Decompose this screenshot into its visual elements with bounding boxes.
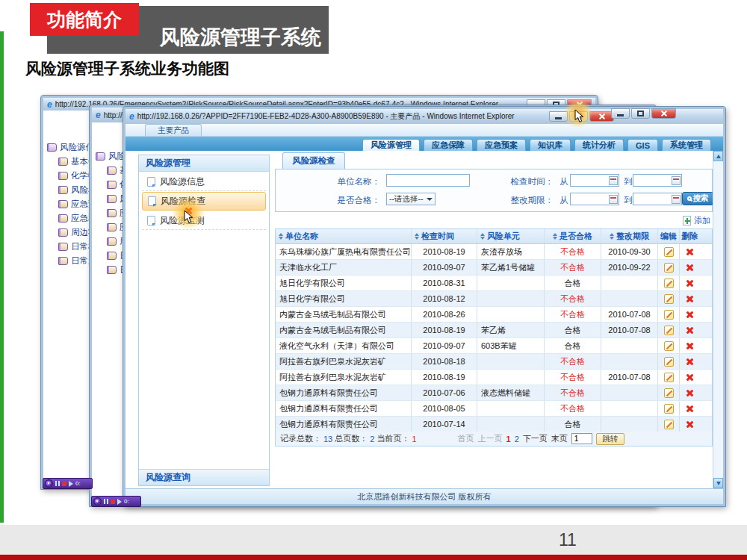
qualified-select[interactable]: --请选择-- — [386, 193, 436, 205]
sort-icon[interactable] — [480, 233, 485, 240]
delete-button[interactable] — [680, 291, 700, 306]
delete-icon[interactable] — [686, 389, 694, 397]
maximize-button[interactable] — [631, 108, 650, 119]
nav-tab-system-admin[interactable]: 系统管理 — [662, 139, 711, 151]
content-tab-risk-check[interactable]: 风险源检查 — [282, 152, 345, 169]
delete-button[interactable] — [680, 307, 700, 322]
stop-icon[interactable] — [111, 500, 115, 504]
delete-button[interactable] — [680, 354, 700, 369]
nav-tab-knowledge-base[interactable]: 知识库 — [530, 139, 571, 151]
calendar-icon[interactable] — [672, 195, 681, 204]
calendar-icon[interactable] — [609, 195, 618, 204]
play-icon[interactable] — [117, 499, 122, 505]
last-page-link[interactable]: 末页 — [551, 433, 568, 444]
edit-button[interactable] — [658, 244, 680, 259]
page-2-link[interactable]: 2 — [515, 435, 519, 444]
period-to-input[interactable] — [633, 193, 682, 205]
pause-icon[interactable] — [55, 481, 57, 486]
delete-icon[interactable] — [686, 326, 694, 335]
col-deadline[interactable]: 整改期限 — [601, 229, 658, 243]
sort-icon[interactable] — [415, 233, 419, 240]
page-1-link[interactable]: 1 — [506, 435, 511, 444]
edit-button[interactable] — [658, 370, 680, 385]
sort-icon[interactable] — [553, 233, 557, 240]
edit-icon[interactable] — [664, 279, 674, 288]
delete-button[interactable] — [680, 276, 700, 290]
edit-button[interactable] — [658, 354, 680, 369]
delete-icon[interactable] — [686, 373, 694, 382]
edit-button[interactable] — [658, 291, 680, 306]
edit-icon[interactable] — [664, 420, 674, 429]
delete-icon[interactable] — [686, 279, 694, 287]
col-qualified[interactable]: 是否合格 — [545, 229, 601, 243]
delete-icon[interactable] — [686, 342, 694, 350]
edit-icon[interactable] — [664, 247, 674, 257]
sort-icon[interactable] — [610, 233, 614, 240]
close-button[interactable] — [651, 108, 676, 119]
edit-button[interactable] — [658, 385, 680, 400]
nav-tab-emergency-support[interactable]: 应急保障 — [424, 139, 473, 151]
scroll-up-button[interactable] — [713, 151, 723, 161]
edit-icon[interactable] — [664, 388, 674, 398]
nav-tab-emergency-plan[interactable]: 应急预案 — [477, 139, 526, 151]
period-from-input[interactable] — [570, 193, 619, 205]
edit-button[interactable] — [658, 401, 680, 416]
edit-icon[interactable] — [664, 294, 674, 304]
play-icon[interactable] — [69, 481, 73, 487]
sidebar-item-risk-info[interactable]: 风险源信息 — [142, 172, 266, 191]
calendar-icon[interactable] — [609, 176, 618, 185]
delete-button[interactable] — [680, 401, 700, 416]
delete-button[interactable] — [680, 385, 700, 400]
edit-icon[interactable] — [664, 326, 674, 335]
sort-icon[interactable] — [279, 233, 283, 240]
delete-icon[interactable] — [686, 311, 694, 319]
check-time-from-input[interactable] — [570, 174, 619, 187]
col-check-date[interactable]: 检查时间 — [412, 229, 477, 243]
delete-button[interactable] — [680, 417, 700, 432]
stop-icon[interactable] — [62, 482, 66, 486]
check-time-to-input[interactable] — [633, 174, 682, 187]
delete-icon[interactable] — [686, 420, 694, 429]
sidebar-bottom-header[interactable]: 风险源查询 — [139, 469, 269, 485]
minimize-button[interactable] — [611, 108, 630, 119]
browser-tab[interactable]: 主要产品 — [145, 124, 202, 136]
edit-button[interactable] — [658, 323, 680, 337]
edit-button[interactable] — [658, 260, 680, 275]
delete-button[interactable] — [680, 338, 700, 353]
delete-icon[interactable] — [686, 264, 694, 272]
edit-icon[interactable] — [664, 310, 674, 320]
delete-icon[interactable] — [686, 358, 694, 366]
nav-tab-risk-source[interactable]: 风险源管理 — [362, 139, 420, 151]
calendar-icon[interactable] — [672, 176, 681, 185]
edit-button[interactable] — [658, 338, 680, 353]
vertical-scrollbar[interactable] — [713, 151, 723, 488]
jump-button[interactable]: 跳转 — [596, 433, 624, 445]
delete-icon[interactable] — [686, 248, 694, 256]
delete-button[interactable] — [680, 370, 700, 385]
delete-icon[interactable] — [686, 405, 694, 413]
col-unit-name[interactable]: 单位名称 — [276, 229, 412, 243]
pause-icon[interactable] — [104, 499, 105, 504]
edit-button[interactable] — [658, 276, 680, 290]
nav-tab-statistics[interactable]: 统计分析 — [574, 139, 624, 151]
delete-icon[interactable] — [686, 295, 694, 303]
add-button[interactable]: 添加 — [683, 215, 713, 226]
nav-tab-gis[interactable]: GIS — [627, 139, 658, 151]
edit-button[interactable] — [658, 307, 680, 322]
unit-name-input[interactable] — [386, 174, 470, 187]
jump-page-input[interactable] — [571, 433, 592, 444]
scroll-down-button[interactable] — [713, 478, 723, 488]
edit-icon[interactable] — [664, 404, 674, 414]
edit-button[interactable] — [658, 417, 680, 432]
delete-button[interactable] — [680, 323, 700, 337]
delete-button[interactable] — [680, 244, 700, 259]
edit-icon[interactable] — [664, 263, 674, 273]
col-risk-unit[interactable]: 风险单元 — [477, 229, 545, 243]
prev-page-link[interactable]: 上一页 — [478, 433, 503, 444]
edit-icon[interactable] — [664, 341, 674, 351]
delete-button[interactable] — [680, 260, 700, 275]
edit-icon[interactable] — [664, 357, 674, 367]
next-page-link[interactable]: 下一页 — [523, 433, 548, 444]
first-page-link[interactable]: 首页 — [458, 433, 474, 444]
search-button[interactable]: 搜索 — [682, 192, 713, 205]
